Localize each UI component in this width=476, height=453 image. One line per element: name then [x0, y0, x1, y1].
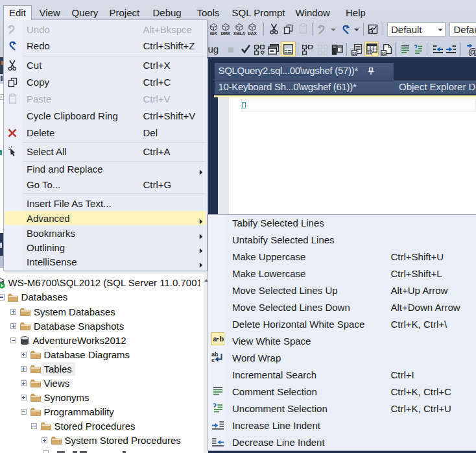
- svg-text:DMX: DMX: [221, 31, 231, 36]
- svg-text:01: 01: [352, 51, 357, 55]
- svg-text:XMLA: XMLA: [233, 31, 245, 36]
- svg-text:@: @: [468, 46, 476, 56]
- svg-text:01: 01: [381, 51, 386, 55]
- svg-text:DAX: DAX: [248, 31, 257, 36]
- svg-text:c: c: [211, 357, 215, 363]
- svg-text:01: 01: [367, 51, 371, 55]
- svg-text:IDX: IDX: [210, 31, 218, 36]
